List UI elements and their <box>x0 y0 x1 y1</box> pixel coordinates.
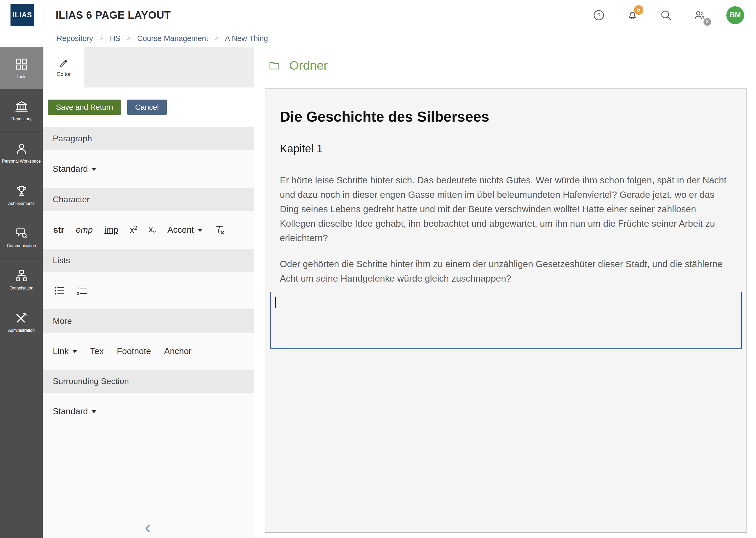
contacts-badge: 3 <box>703 18 711 26</box>
sidebar-item-organisation[interactable]: Organisation <box>0 258 43 301</box>
content-subheading[interactable]: Kapitel 1 <box>280 142 732 155</box>
content-heading[interactable]: Die Geschichte des Silbersees <box>280 108 732 125</box>
link-dropdown[interactable]: Link <box>53 346 77 356</box>
sidebar-item-personal-workspace[interactable]: Personal Workspace <box>0 132 43 174</box>
sidebar-item-label: Achievements <box>8 201 35 206</box>
object-header: Ordner <box>267 58 328 73</box>
page-title-header: ILIAS 6 PAGE LAYOUT <box>56 0 170 30</box>
bank-icon <box>15 99 28 114</box>
chevron-down-icon <box>92 410 96 413</box>
subscript-base: x <box>149 224 153 234</box>
cancel-button[interactable]: Cancel <box>127 100 167 115</box>
trophy-icon <box>15 184 28 198</box>
accent-dropdown[interactable]: Accent <box>167 225 202 235</box>
editor-panel-filler <box>43 430 254 519</box>
help-button[interactable]: ? <box>592 8 606 22</box>
breadcrumb-separator: > <box>100 34 104 42</box>
content-paragraph-1[interactable]: Er hörte leise Schritte hinter sich. Das… <box>280 173 732 245</box>
surrounding-style-row: Standard <box>43 393 254 430</box>
notification-badge: 5 <box>634 5 643 15</box>
sidebar-item-communication[interactable]: Communication <box>0 216 43 258</box>
person-icon <box>15 141 28 156</box>
character-buttons-row: str emp imp x2 x2 Accent <box>43 211 254 249</box>
paragraph-section-header: Paragraph <box>43 127 254 150</box>
pencil-icon <box>59 58 70 69</box>
more-section-header: More <box>43 309 254 333</box>
character-section-header: Character <box>43 188 254 211</box>
content-paragraph-2[interactable]: Oder gehörten die Schritte hinter ihm zu… <box>280 257 732 286</box>
svg-text:1: 1 <box>77 286 79 290</box>
paragraph-style-select[interactable]: Standard <box>53 164 96 174</box>
sidebar-item-label: Communication <box>7 243 36 248</box>
tab-editor[interactable]: Editor <box>44 47 84 87</box>
breadcrumb-separator: > <box>127 34 131 42</box>
sidebar-item-label: Repository <box>11 117 31 121</box>
main-sidebar: Tools Repository Personal Workspace <box>0 47 43 538</box>
ilias-logo[interactable]: ILIAS <box>11 4 34 26</box>
sidebar-item-label: Tools <box>17 74 26 79</box>
collapse-panel-button[interactable] <box>143 523 154 534</box>
crossed-tools-icon <box>15 311 28 325</box>
surrounding-style-value: Standard <box>53 406 88 416</box>
page-content: Die Geschichte des Silbersees Kapitel 1 … <box>265 88 747 533</box>
breadcrumb: Repository > HS > Course Management > A … <box>0 30 756 47</box>
chat-search-icon <box>15 226 28 241</box>
breadcrumb-a-new-thing[interactable]: A New Thing <box>225 34 268 43</box>
breadcrumb-repository[interactable]: Repository <box>57 34 93 43</box>
lists-section-header: Lists <box>43 249 254 272</box>
bullet-list-icon <box>53 285 65 297</box>
notifications-button[interactable]: 5 <box>626 8 639 22</box>
header-actions: ? 5 <box>592 0 744 30</box>
grid-icon <box>15 57 28 71</box>
clear-format-button[interactable] <box>214 224 225 235</box>
numbered-list-button[interactable]: 1 2 <box>76 285 88 297</box>
breadcrumb-separator: > <box>214 34 219 42</box>
save-and-return-button[interactable]: Save and Return <box>48 100 121 115</box>
sidebar-item-achievements[interactable]: Achievements <box>0 174 43 216</box>
sidebar-item-tools[interactable]: Tools <box>0 47 43 89</box>
sidebar-item-label: Personal Workspace <box>2 159 41 164</box>
bullet-list-button[interactable] <box>53 285 65 297</box>
clear-format-icon <box>214 224 225 235</box>
subscript-button[interactable]: x2 <box>149 224 156 236</box>
user-avatar[interactable]: BM <box>726 6 744 24</box>
top-header: ILIAS ILIAS 6 PAGE LAYOUT ? 5 <box>0 0 756 30</box>
inline-edit-area[interactable] <box>270 292 742 349</box>
superscript-button[interactable]: x2 <box>130 225 137 235</box>
editor-panel: Editor Save and Return Cancel Paragraph … <box>43 47 254 538</box>
chevron-down-icon <box>92 168 96 171</box>
sidebar-item-label: Organisation <box>10 286 33 291</box>
sidebar-item-repository[interactable]: Repository <box>0 89 43 132</box>
footnote-button[interactable]: Footnote <box>117 346 151 356</box>
orgchart-icon <box>15 268 28 283</box>
sidebar-item-administration[interactable]: Administration <box>0 301 43 343</box>
search-button[interactable] <box>659 8 673 22</box>
help-icon: ? <box>592 9 605 22</box>
sidebar-item-label: Administration <box>8 328 35 333</box>
emphasis-button[interactable]: emp <box>76 225 93 235</box>
chevron-down-icon <box>72 350 77 353</box>
link-label: Link <box>53 346 69 356</box>
superscript-base: x <box>130 225 134 235</box>
text-cursor <box>275 296 276 308</box>
surrounding-style-select[interactable]: Standard <box>53 406 96 416</box>
breadcrumb-hs[interactable]: HS <box>110 34 120 43</box>
breadcrumb-course-management[interactable]: Course Management <box>137 34 208 43</box>
editor-actions: Save and Return Cancel <box>43 87 254 127</box>
accent-label: Accent <box>167 225 194 235</box>
important-button[interactable]: imp <box>104 225 118 235</box>
chevron-left-icon <box>143 523 154 534</box>
strong-button[interactable]: str <box>53 225 64 235</box>
search-icon <box>660 9 672 22</box>
contacts-button[interactable]: 3 <box>693 8 706 22</box>
editor-tab-row: Editor <box>43 47 254 87</box>
chevron-down-icon <box>198 229 202 232</box>
more-buttons-row: Link Tex Footnote Anchor <box>43 333 254 370</box>
list-buttons-row: 1 2 <box>43 272 254 309</box>
superscript-exponent: 2 <box>134 225 137 231</box>
tex-button[interactable]: Tex <box>90 346 104 356</box>
anchor-button[interactable]: Anchor <box>164 346 192 356</box>
main-content: Ordner Die Geschichte des Silbersees Kap… <box>254 47 756 538</box>
paragraph-style-row: Standard <box>43 150 254 188</box>
collapse-row <box>43 519 254 538</box>
